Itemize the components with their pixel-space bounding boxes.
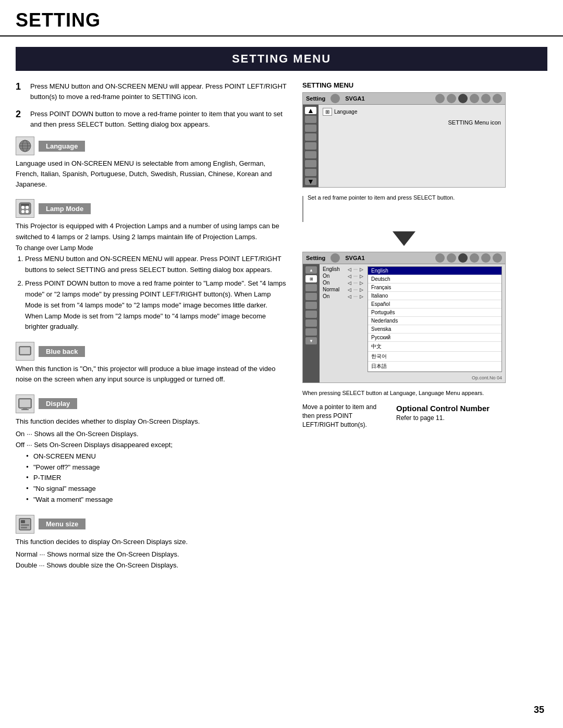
lang-row-3: On ◁ ▷ (323, 280, 364, 286)
menu-language-row: ⊞ Language (323, 108, 501, 116)
blue-back-description: When this function is "On," this project… (16, 364, 287, 385)
display-section: Display This function decides whether to… (16, 394, 287, 505)
lang-row-4-val (353, 289, 358, 290)
display-label: Display (39, 398, 77, 409)
topbar-icon-1 (435, 94, 445, 103)
language-description: Language used in ON-SCREEN MENU is selec… (16, 158, 287, 190)
topbar-icon-3 (458, 94, 468, 103)
menu-size-header: Menu size (16, 515, 287, 534)
display-sub-4: "No signal" message (26, 484, 287, 495)
blue-back-header: Blue back (16, 342, 287, 361)
callout-1-text: Set a red frame pointer to item and pres… (308, 194, 455, 202)
lang-arrow-1r: ▷ (360, 267, 363, 272)
svg-point-7 (26, 206, 29, 209)
lamp-mode-header: Lamp Mode (16, 199, 287, 218)
lang-topbar: Setting SVGA1 (303, 252, 505, 264)
topbar-icon-2 (447, 94, 456, 103)
annotation-1-block: When pressing SELECT button at Language,… (302, 388, 506, 398)
display-icon (16, 394, 34, 413)
lang-row-5-label: On (323, 293, 346, 299)
menu-topbar-setting-1: Setting (306, 95, 325, 102)
lang-option-espanol: Español (368, 300, 501, 309)
page-header: SETTING (0, 0, 563, 36)
lang-row-1: English ◁ ▷ (323, 266, 364, 272)
op-cont-no: Op.cont.No 04 (323, 375, 502, 380)
globe-icon (18, 139, 32, 153)
menu-topbar-gear-icon (331, 94, 340, 103)
lang-icon-3 (458, 253, 468, 263)
display-sub-1: ON-SCREEN MENU (26, 451, 287, 462)
step-1: 1 Press MENU button and ON-SCREEN MENU w… (16, 81, 287, 102)
lang-sidebar-4 (305, 293, 317, 300)
lang-arrow-2: ◁ (348, 274, 351, 279)
display-description: This function decides whether to display… (16, 416, 287, 427)
lamp-mode-label: Lamp Mode (39, 203, 91, 214)
menu-size-normal: Normal ··· Shows normal size the On-Scre… (16, 549, 287, 560)
menu-topbar-1: Setting SVGA1 (303, 93, 505, 105)
lang-row-2: On ◁ ▷ (323, 273, 364, 279)
lang-arrow-2r: ▷ (360, 274, 363, 279)
callout-1: Set a red frame pointer to item and pres… (302, 194, 506, 222)
language-dropdown: English Deutsch Français Italiano Españo… (368, 266, 502, 372)
svg-rect-18 (21, 520, 25, 523)
menu-size-description: This function decides to display On-Scre… (16, 537, 287, 547)
step-2: 2 Press POINT DOWN button to move a red-… (16, 109, 287, 129)
lang-arrow-3r: ▷ (360, 280, 363, 286)
menu-screenshot-1: Setting SVGA1 ▲ ⊞ (302, 92, 506, 188)
display-sub-2: "Power off?" message (26, 462, 287, 473)
lang-sidebar-7 (305, 319, 317, 327)
sidebar-item-5 (305, 151, 316, 158)
menu-main-1: ⊞ Language SETTING Menu icon (319, 105, 505, 187)
lang-arrow-3: ◁ (348, 280, 351, 286)
blue-back-label: Blue back (39, 346, 85, 357)
step-2-number: 2 (16, 109, 25, 120)
lang-left-rows: English ◁ ▷ On ◁ ▷ (323, 266, 364, 372)
menu-topbar-icons-1 (435, 94, 502, 103)
language-header: Language (16, 137, 287, 155)
lang-icon-4 (470, 253, 479, 263)
lang-row-2-label: On (323, 273, 346, 279)
lang-row-4: Normal ◁ ▷ (323, 287, 364, 292)
lamp-step-1: Press MENU button and ON-SCREEN MENU wil… (25, 254, 287, 276)
caption-left-text: Move a pointer to item and then press PO… (302, 403, 376, 428)
lang-option-chinese: 中文 (368, 342, 501, 352)
lang-sidebar-lang: ⊞ (305, 275, 317, 282)
lang-option-korean: 한국어 (368, 352, 501, 362)
lang-row-4-label: Normal (323, 287, 346, 292)
lang-arrow-5: ◁ (348, 294, 351, 299)
caption-left: Move a pointer to item and then press PO… (302, 403, 386, 429)
lang-topbar-svga: SVGA1 (345, 255, 364, 261)
display-sub-list: ON-SCREEN MENU "Power off?" message P-TI… (26, 451, 287, 505)
lang-screenshot: Setting SVGA1 ▲ ⊞ (302, 252, 506, 383)
main-content: 1 Press MENU button and ON-SCREEN MENU w… (0, 81, 563, 580)
lang-arrow-5r: ▷ (360, 294, 363, 299)
menu-size-icon (16, 515, 34, 534)
svg-rect-16 (21, 409, 29, 410)
sidebar-item-2 (305, 125, 316, 132)
lang-row-2-val (353, 276, 358, 277)
section-banner: SETTING MENU (16, 47, 547, 71)
lang-left-panel: ▲ ⊞ ▼ (303, 264, 320, 382)
lang-option-portugues: Português (368, 309, 501, 317)
lang-row-5: On ◁ ▷ (323, 293, 364, 299)
lang-icon-6 (493, 253, 502, 263)
lang-sidebar-down: ▼ (305, 337, 317, 344)
sidebar-item-7 (305, 169, 316, 176)
optional-control-title: Optional Control Number (396, 403, 489, 414)
menu-body-1: ▲ ⊞ ▼ ⊞ Language (303, 105, 505, 187)
lamp-mode-icon (16, 199, 34, 218)
topbar-icon-4 (470, 94, 479, 103)
lamp-icon (18, 201, 32, 216)
topbar-icon-5 (481, 94, 491, 103)
display-header: Display (16, 394, 287, 413)
lang-option-italiano: Italiano (368, 292, 501, 300)
arrow-down-icon (393, 231, 415, 246)
lang-icon-5 (481, 253, 491, 263)
lang-option-russian: Русский (368, 334, 501, 342)
lang-arrow-4: ◁ (348, 287, 351, 292)
lang-row-3-val (353, 282, 358, 283)
lang-icon-1 (435, 253, 445, 263)
sidebar-item-6 (305, 160, 316, 167)
sidebar-item-4 (305, 142, 316, 150)
lang-topbar-setting: Setting (306, 255, 325, 261)
